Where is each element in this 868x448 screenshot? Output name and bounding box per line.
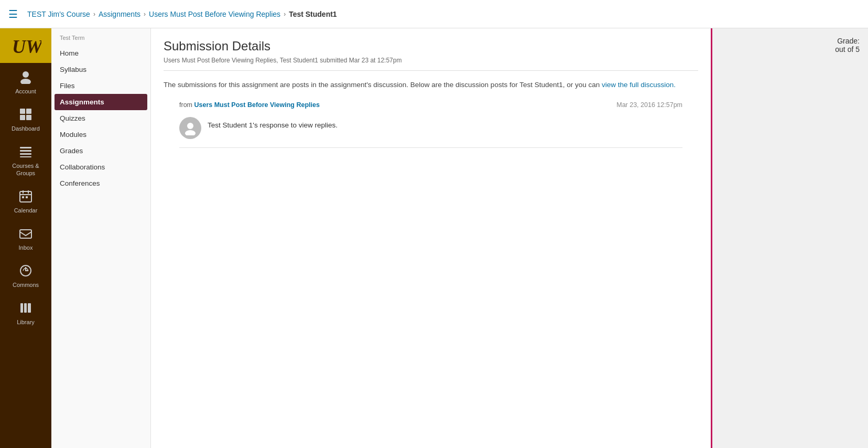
svg-rect-6 (26, 115, 31, 120)
svg-rect-16 (26, 196, 28, 198)
discussion-post: Test Student 1's response to view replie… (179, 112, 682, 148)
post-time: Mar 23, 2016 12:57pm (616, 101, 682, 109)
global-nav: UW Account Dashboard (0, 28, 51, 448)
discussion-area: from Users Must Post Before Viewing Repl… (164, 101, 698, 148)
sidebar-term: Test Term (51, 35, 150, 45)
sidebar-item-conferences[interactable]: Conferences (51, 175, 150, 191)
sidebar-item-assignments[interactable]: Assignments (55, 94, 147, 110)
nav-item-account[interactable]: Account (0, 63, 51, 101)
avatar (179, 117, 201, 139)
discussion-title-link[interactable]: Users Must Post Before Viewing Replies (194, 101, 319, 109)
from-label: from (179, 101, 192, 109)
grade-panel: Grade: out of 5 (711, 28, 868, 448)
svg-text:UW: UW (12, 36, 41, 57)
breadcrumb-course[interactable]: TEST Jim's Course (27, 10, 90, 18)
main-layout: UW Account Dashboard (0, 28, 868, 448)
submission-meta: Users Must Post Before Viewing Replies, … (164, 57, 698, 71)
svg-rect-5 (20, 115, 25, 120)
dashboard-icon (19, 108, 32, 123)
breadcrumb-assignments[interactable]: Assignments (99, 10, 140, 18)
calendar-icon (19, 189, 32, 205)
submission-title: Submission Details (164, 39, 698, 54)
svg-rect-4 (26, 109, 31, 114)
commons-icon (19, 264, 32, 280)
sidebar-item-collaborations[interactable]: Collaborations (51, 159, 150, 175)
breadcrumb-student: Test Student1 (289, 10, 337, 18)
courses-icon (19, 145, 32, 161)
content-area: Submission Details Users Must Post Befor… (151, 28, 868, 448)
top-nav: ☰ TEST Jim's Course › Assignments › User… (0, 0, 868, 28)
submission-info-text: The submissions for this assignment are … (164, 79, 698, 91)
course-sidebar: Test Term Home Syllabus Files Assignment… (51, 28, 151, 448)
sidebar-item-quizzes[interactable]: Quizzes (51, 110, 150, 126)
svg-rect-15 (22, 196, 24, 198)
nav-label-dashboard: Dashboard (12, 125, 40, 132)
svg-point-22 (187, 123, 193, 129)
svg-rect-7 (20, 147, 31, 148)
sidebar-item-grades[interactable]: Grades (51, 143, 150, 159)
nav-label-inbox: Inbox (19, 244, 33, 251)
submission-main: Submission Details Users Must Post Befor… (151, 28, 711, 448)
view-full-discussion-link[interactable]: view the full discussion. (602, 81, 676, 89)
nav-item-inbox[interactable]: Inbox (0, 220, 51, 258)
nav-label-calendar: Calendar (14, 207, 38, 214)
nav-item-calendar[interactable]: Calendar (0, 183, 51, 220)
nav-label-courses: Courses & Groups (3, 163, 48, 176)
nav-label-account: Account (15, 88, 36, 95)
svg-rect-8 (20, 150, 31, 152)
post-content-text: Test Student 1's response to view replie… (208, 117, 682, 129)
breadcrumb-sep-3: › (284, 10, 286, 18)
breadcrumb: TEST Jim's Course › Assignments › Users … (27, 10, 337, 18)
library-icon (19, 301, 32, 317)
grade-label: Grade: (721, 37, 860, 45)
svg-rect-19 (20, 303, 23, 313)
account-icon (18, 69, 33, 86)
nav-item-dashboard[interactable]: Dashboard (0, 101, 51, 138)
svg-rect-20 (24, 303, 27, 313)
nav-item-commons[interactable]: Commons (0, 258, 51, 295)
breadcrumb-sep-2: › (144, 10, 146, 18)
sidebar-item-syllabus[interactable]: Syllabus (51, 61, 150, 78)
svg-point-1 (23, 71, 29, 78)
hamburger-menu[interactable]: ☰ (8, 8, 18, 20)
svg-rect-3 (20, 109, 25, 114)
discussion-from-line: from Users Must Post Before Viewing Repl… (179, 101, 682, 109)
svg-point-2 (20, 79, 31, 84)
svg-point-23 (185, 130, 196, 135)
inbox-icon (19, 227, 32, 242)
logo[interactable]: UW (0, 28, 51, 63)
svg-rect-10 (20, 156, 31, 157)
nav-item-courses[interactable]: Courses & Groups (0, 138, 51, 183)
grade-value: out of 5 (721, 45, 860, 54)
nav-item-library[interactable]: Library (0, 295, 51, 332)
nav-label-library: Library (17, 319, 35, 326)
breadcrumb-discussion[interactable]: Users Must Post Before Viewing Replies (149, 10, 280, 18)
nav-label-commons: Commons (13, 282, 39, 289)
sidebar-item-home[interactable]: Home (51, 45, 150, 61)
submission-info-body: The submissions for this assignment are … (164, 81, 600, 89)
breadcrumb-sep-1: › (93, 10, 95, 18)
sidebar-item-modules[interactable]: Modules (51, 126, 150, 143)
svg-rect-21 (28, 303, 31, 313)
svg-rect-17 (20, 230, 31, 238)
sidebar-item-files[interactable]: Files (51, 78, 150, 94)
svg-rect-9 (20, 153, 31, 155)
